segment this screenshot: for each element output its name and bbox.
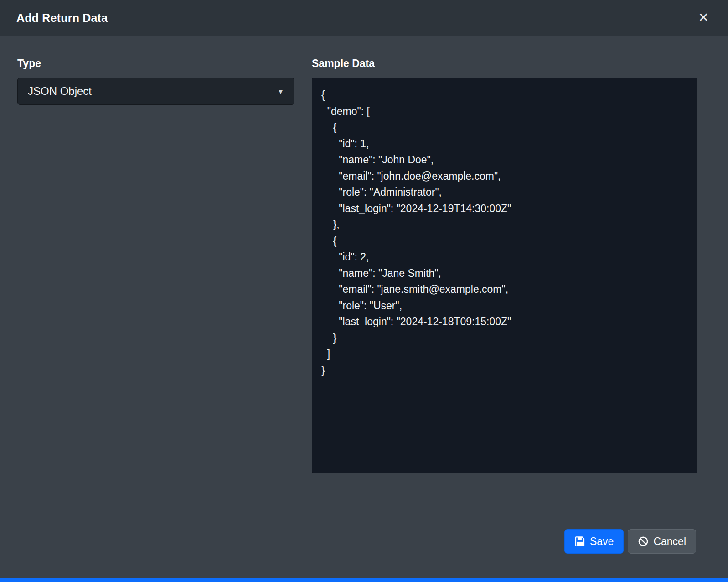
save-button-label: Save bbox=[590, 535, 614, 548]
close-icon: ✕ bbox=[698, 10, 709, 25]
close-button[interactable]: ✕ bbox=[696, 10, 712, 26]
modal-title: Add Return Data bbox=[16, 11, 108, 25]
type-select-value: JSON Object bbox=[28, 85, 92, 98]
cancel-button[interactable]: Cancel bbox=[628, 529, 696, 554]
modal-body: Type JSON Object ▼ Sample Data { "demo":… bbox=[0, 36, 728, 529]
save-floppy-icon bbox=[574, 536, 585, 547]
save-button[interactable]: Save bbox=[564, 529, 624, 554]
type-select[interactable]: JSON Object ▼ bbox=[17, 78, 294, 105]
bottom-accent-bar bbox=[0, 578, 728, 582]
sample-data-label: Sample Data bbox=[312, 57, 697, 70]
modal-footer: Save Cancel bbox=[0, 529, 728, 578]
sample-data-input[interactable]: { "demo": [ { "id": 1, "name": "John Doe… bbox=[312, 78, 697, 473]
cancel-button-label: Cancel bbox=[653, 535, 686, 548]
chevron-down-icon: ▼ bbox=[277, 88, 284, 95]
cancel-ban-icon bbox=[638, 536, 649, 547]
type-label: Type bbox=[17, 57, 294, 70]
modal-header: Add Return Data ✕ bbox=[0, 0, 728, 36]
sample-data-field-group: Sample Data { "demo": [ { "id": 1, "name… bbox=[312, 57, 697, 473]
type-field-group: Type JSON Object ▼ bbox=[17, 57, 294, 105]
